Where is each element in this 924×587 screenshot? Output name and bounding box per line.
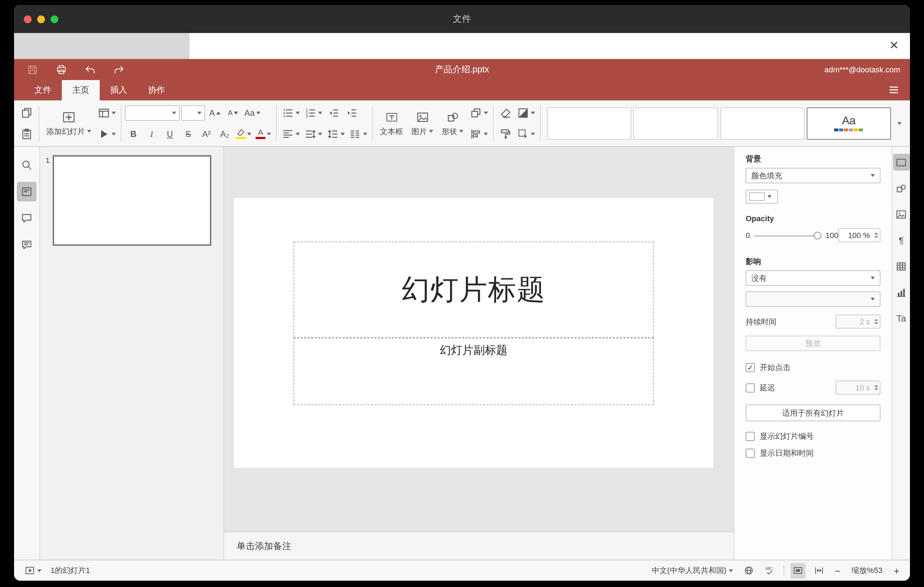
print-icon[interactable] xyxy=(53,61,69,78)
highlight-color-icon[interactable] xyxy=(234,125,253,142)
align-shapes-icon[interactable] xyxy=(468,125,489,142)
background-fill-select[interactable]: 颜色填充 xyxy=(746,168,881,183)
tab-insert[interactable]: 插入 xyxy=(100,80,138,101)
background-color-swatch-select[interactable] xyxy=(746,190,778,204)
table-settings-icon[interactable] xyxy=(893,258,909,275)
delay-checkbox[interactable] xyxy=(746,383,755,392)
tab-home[interactable]: 主页 xyxy=(62,80,100,101)
font-size-select[interactable] xyxy=(181,105,205,120)
strikethrough-glyph: S xyxy=(185,130,191,138)
superscript-icon[interactable]: A² xyxy=(198,125,215,142)
preview-button[interactable]: 预览 xyxy=(746,336,881,351)
zoom-out-icon[interactable]: − xyxy=(832,563,842,578)
change-layout-icon[interactable] xyxy=(96,104,117,121)
strikethrough-icon[interactable]: S xyxy=(180,125,196,142)
fullscreen-window-button[interactable] xyxy=(51,15,58,23)
close-icon[interactable]: ✕ xyxy=(889,39,899,53)
paragraph-settings-icon[interactable]: ¶ xyxy=(893,232,909,249)
svg-text:3: 3 xyxy=(306,114,308,118)
slide-canvas[interactable]: 幻灯片标题 幻灯片副标题 xyxy=(234,198,713,468)
theme-tile-1[interactable] xyxy=(547,107,632,139)
search-icon[interactable] xyxy=(17,155,36,175)
insert-image-button[interactable]: 图片 xyxy=(408,103,437,143)
theme-gallery-expand-icon[interactable] xyxy=(893,107,906,139)
image-settings-icon[interactable] xyxy=(893,206,909,223)
horizontal-align-icon[interactable] xyxy=(280,125,301,142)
vertical-align-icon[interactable] xyxy=(303,125,324,142)
slider-handle[interactable] xyxy=(813,231,821,239)
undo-icon[interactable] xyxy=(81,61,98,78)
select-tool-icon[interactable] xyxy=(515,125,536,142)
comments-panel-icon[interactable] xyxy=(17,209,36,228)
tab-file[interactable]: 文件 xyxy=(24,80,62,101)
clear-style-icon[interactable] xyxy=(497,104,514,121)
bullets-icon[interactable] xyxy=(280,104,301,121)
show-slide-number-checkbox[interactable] xyxy=(746,432,755,441)
font-color-icon[interactable]: A xyxy=(254,125,272,142)
opacity-slider[interactable] xyxy=(754,231,821,240)
start-on-click-checkbox[interactable]: ✓ xyxy=(746,363,755,372)
theme-tile-selected[interactable]: Aa xyxy=(807,107,891,139)
duration-spinner[interactable]: 2 s xyxy=(835,315,881,329)
tab-collaboration[interactable]: 协作 xyxy=(138,80,175,101)
minimize-window-button[interactable] xyxy=(37,15,45,23)
insert-shape-button[interactable]: 形状 xyxy=(438,103,467,143)
close-window-button[interactable] xyxy=(24,15,31,23)
change-case-icon[interactable]: Aa xyxy=(243,104,262,121)
delay-spinner[interactable]: 10 s xyxy=(835,381,881,395)
spellcheck-icon[interactable]: ABC xyxy=(762,563,777,578)
slide-title-placeholder[interactable]: 幻灯片标题 xyxy=(294,242,654,338)
color-scheme-icon[interactable] xyxy=(515,104,536,121)
spinner-arrows-icon[interactable] xyxy=(872,319,880,325)
shape-settings-icon[interactable] xyxy=(893,180,909,196)
increase-indent-icon[interactable] xyxy=(343,104,360,121)
decrease-indent-icon[interactable] xyxy=(325,104,342,121)
slide-settings-icon[interactable] xyxy=(893,154,909,171)
effect-type-select[interactable] xyxy=(746,292,881,307)
notes-area[interactable]: 单击添加备注 xyxy=(224,531,734,560)
effect-select[interactable]: 没有 xyxy=(746,270,881,286)
opacity-spinner[interactable]: 100 % xyxy=(838,228,881,242)
redo-icon[interactable] xyxy=(110,61,127,78)
arrange-shapes-icon[interactable] xyxy=(468,104,489,121)
slide-subtitle-placeholder[interactable]: 幻灯片副标题 xyxy=(294,338,654,405)
save-icon[interactable] xyxy=(24,61,41,78)
apply-to-all-slides-button[interactable]: 适用于所有幻灯片 xyxy=(746,404,881,421)
letter-a-glyph: A xyxy=(258,129,263,136)
chevron-down-icon xyxy=(87,130,91,133)
decrease-font-size-icon[interactable]: A xyxy=(225,104,241,121)
slides-panel-icon[interactable] xyxy=(17,182,36,201)
zoom-in-icon[interactable]: + xyxy=(892,563,901,578)
show-date-time-checkbox[interactable] xyxy=(746,448,755,458)
language-select[interactable]: 中文(中华人民共和国) xyxy=(650,563,735,578)
columns-icon[interactable] xyxy=(348,125,369,142)
copy-icon[interactable] xyxy=(18,104,35,121)
document-language-icon[interactable] xyxy=(741,563,756,578)
slide-thumbnail[interactable] xyxy=(53,155,211,246)
fit-width-icon[interactable] xyxy=(811,563,826,578)
chat-panel-icon[interactable] xyxy=(17,235,36,255)
increase-font-size-icon[interactable]: A xyxy=(206,104,223,121)
start-slideshow-status-icon[interactable] xyxy=(23,563,43,578)
font-name-select[interactable] xyxy=(125,105,180,120)
copy-style-icon[interactable] xyxy=(497,125,514,142)
bold-icon[interactable]: B xyxy=(125,125,142,142)
underline-icon[interactable]: U xyxy=(162,125,178,142)
spinner-arrows-icon[interactable] xyxy=(872,385,880,391)
paste-icon[interactable] xyxy=(18,125,35,142)
subscript-icon[interactable]: A₂ xyxy=(216,125,233,142)
start-slideshow-icon[interactable] xyxy=(96,125,117,142)
line-spacing-icon[interactable] xyxy=(325,125,346,142)
add-slide-button[interactable]: 添加幻灯片 xyxy=(43,103,95,143)
theme-tile-3[interactable] xyxy=(720,107,805,139)
numbering-icon[interactable]: 123 xyxy=(303,104,324,121)
fit-slide-icon[interactable] xyxy=(790,563,805,578)
insert-text-box-button[interactable]: 文本框 xyxy=(376,103,406,143)
chart-settings-icon[interactable] xyxy=(893,284,909,300)
text-art-settings-icon[interactable]: Ta xyxy=(893,310,909,326)
spinner-arrows-icon[interactable] xyxy=(872,232,880,238)
menu-icon[interactable] xyxy=(886,84,901,97)
italic-icon[interactable]: I xyxy=(143,125,160,142)
theme-tile-2[interactable] xyxy=(634,107,718,139)
theme-gallery: Aa xyxy=(547,106,906,140)
